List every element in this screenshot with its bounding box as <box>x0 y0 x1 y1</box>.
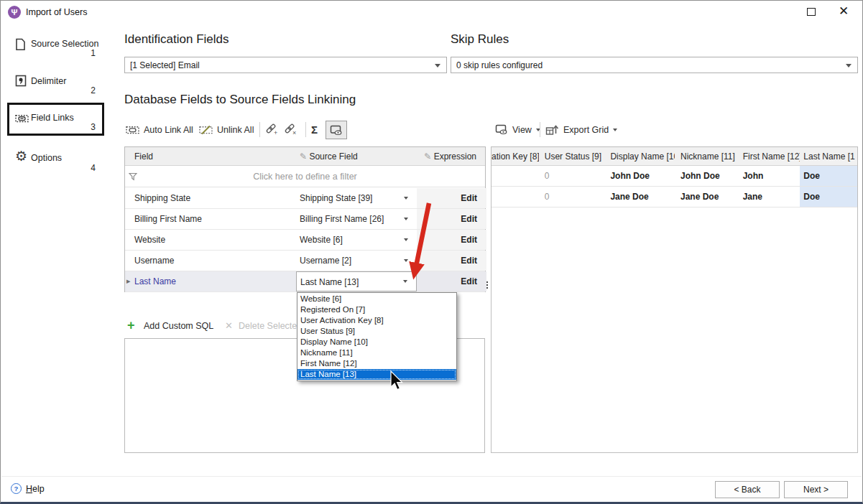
source-field-combo[interactable]: Website [6] <box>296 230 417 250</box>
view-label: View <box>512 125 532 135</box>
column-header-source-field[interactable]: ✎ Source Field <box>300 151 358 162</box>
toolbar-separator <box>305 122 306 137</box>
skip-rules-combo[interactable]: 0 skip rules configured <box>451 57 858 73</box>
column-header[interactable]: First Name [12] <box>739 151 800 162</box>
source-field-dropdown-list: Website [6] Registered On [7] User Activ… <box>297 292 457 381</box>
auto-link-all-button[interactable]: Auto Link All <box>126 120 193 139</box>
maximize-button[interactable] <box>807 8 816 16</box>
table-row[interactable]: Billing First Name Billing First Name [2… <box>125 209 485 230</box>
column-header-expression[interactable]: ✎ Expression <box>424 151 476 162</box>
field-links-grid: Field ✎ Source Field ✎ Expression Click … <box>124 146 486 292</box>
skip-rules-heading: Skip Rules <box>451 32 509 47</box>
export-grid-label: Export Grid <box>563 125 609 135</box>
source-field-value: Shipping State [39] <box>300 193 372 203</box>
edit-button[interactable]: Edit <box>417 209 486 229</box>
edit-button[interactable]: Edit <box>417 271 486 291</box>
table-row[interactable]: Website Website [6] Edit <box>125 230 485 251</box>
dropdown-item[interactable]: User Activation Key [8] <box>297 315 456 326</box>
step-label: Delimiter <box>31 76 66 86</box>
table-row[interactable]: Username Username [2] Edit <box>125 251 485 271</box>
filter-row[interactable]: Click here to define a filter <box>125 166 485 187</box>
source-field-combo[interactable]: Shipping State [39] <box>296 188 417 208</box>
column-header-field[interactable]: Field <box>134 151 153 162</box>
column-header[interactable]: ation Key [8] <box>492 151 539 162</box>
step-number: 1 <box>15 48 96 58</box>
field-name: Shipping State <box>134 193 190 203</box>
row-indicator-icon: ▸ <box>126 276 131 286</box>
dropdown-item[interactable]: Display Name [10] <box>297 337 456 347</box>
identification-fields-heading: Identification Fields <box>124 32 229 47</box>
filter-placeholder: Click here to define a filter <box>253 172 357 182</box>
dropdown-item-selected[interactable]: Last Name [13] <box>297 369 456 380</box>
close-button[interactable]: ✕ <box>839 4 849 19</box>
dropdown-item[interactable]: First Name [12] <box>297 358 456 369</box>
source-field-value: Last Name [13] <box>300 277 359 287</box>
app-icon: Ψ <box>8 6 21 19</box>
column-header[interactable]: Nickname [11] <box>675 151 739 162</box>
view-button[interactable]: View <box>495 120 540 139</box>
source-field-combo[interactable]: Billing First Name [26] <box>296 209 417 229</box>
table-row[interactable]: Shipping State Shipping State [39] Edit <box>125 188 485 209</box>
source-field-value: Website [6] <box>300 235 343 245</box>
field-name: Website <box>134 235 165 245</box>
expression-sigma-button[interactable]: Σ <box>311 120 318 139</box>
chevron-down-icon <box>403 280 407 283</box>
preview-eye-icon <box>330 125 343 136</box>
pane-splitter-handle[interactable] <box>486 281 488 289</box>
column-header-label: Expression <box>434 151 476 162</box>
back-button[interactable]: < Back <box>715 481 780 498</box>
export-grid-button[interactable]: Export Grid <box>545 120 617 139</box>
help-label: Help <box>26 484 45 494</box>
dropdown-item[interactable]: Registered On [7] <box>297 304 456 315</box>
skip-rules-value: 0 skip rules configured <box>456 60 543 70</box>
linking-heading: Database Fields to Source Fields Linkini… <box>124 93 356 107</box>
column-header[interactable]: User Status [9] <box>539 151 607 162</box>
table-row-selected[interactable]: ▸ Last Name Last Name [13] Edit <box>125 271 485 292</box>
identification-fields-combo[interactable]: [1 Selected] Email <box>124 57 447 73</box>
add-link-button[interactable]: + <box>265 120 280 139</box>
remove-link-button[interactable]: × <box>284 120 298 139</box>
column-header[interactable]: Last Name [1 <box>800 151 857 162</box>
column-header[interactable]: Display Name [10] <box>606 151 675 162</box>
chevron-down-icon <box>435 64 440 67</box>
edit-button[interactable]: Edit <box>417 251 486 271</box>
step-number: 2 <box>15 85 96 95</box>
step-number: 3 <box>15 122 96 132</box>
toolbar-separator <box>540 122 540 137</box>
link-x-icon: × <box>284 123 298 136</box>
delete-x-icon: ✕ <box>225 320 233 331</box>
source-field-combo-open[interactable]: Last Name [13] <box>296 271 417 291</box>
chevron-down-icon <box>404 197 408 200</box>
table-row[interactable]: 0 John Doe John Doe John Doe <box>492 166 857 187</box>
auto-link-icon <box>126 125 139 135</box>
step-label: Options <box>31 153 62 163</box>
chevron-down-icon <box>404 218 408 220</box>
cell-user-status: 0 <box>539 171 607 181</box>
svg-text:×: × <box>292 129 296 136</box>
unlink-all-button[interactable]: Unlink All <box>199 120 254 139</box>
chevron-down-icon <box>404 238 408 241</box>
next-button[interactable]: Next > <box>784 481 848 498</box>
dropdown-item[interactable]: Website [6] <box>297 294 456 304</box>
chevron-down-icon <box>613 129 617 131</box>
dropdown-item[interactable]: Nickname [11] <box>297 347 456 358</box>
auto-link-all-label: Auto Link All <box>144 125 193 135</box>
table-row[interactable]: 0 Jane Doe Jane Doe Jane Doe <box>492 187 857 207</box>
pencil-icon: ✎ <box>300 151 307 162</box>
gear-icon: ⚙ <box>15 151 27 162</box>
preview-toggle-button[interactable] <box>326 121 347 139</box>
identification-fields-value: [1 Selected] Email <box>130 60 200 70</box>
edit-button[interactable]: Edit <box>417 188 486 208</box>
preview-grid-header: ation Key [8] User Status [9] Display Na… <box>492 147 857 166</box>
unlink-all-label: Unlink All <box>217 125 254 135</box>
help-link[interactable]: ? Help <box>11 483 45 494</box>
cell-first-name: Jane <box>739 192 800 202</box>
source-field-combo[interactable]: Username [2] <box>296 251 417 271</box>
help-icon: ? <box>11 483 22 494</box>
cell-display-name: John Doe <box>606 171 675 181</box>
edit-button[interactable]: Edit <box>417 230 486 250</box>
toolbar-separator <box>259 122 260 137</box>
plus-icon: + <box>127 319 135 332</box>
source-field-value: Username [2] <box>300 256 351 266</box>
dropdown-item[interactable]: User Status [9] <box>297 326 456 337</box>
